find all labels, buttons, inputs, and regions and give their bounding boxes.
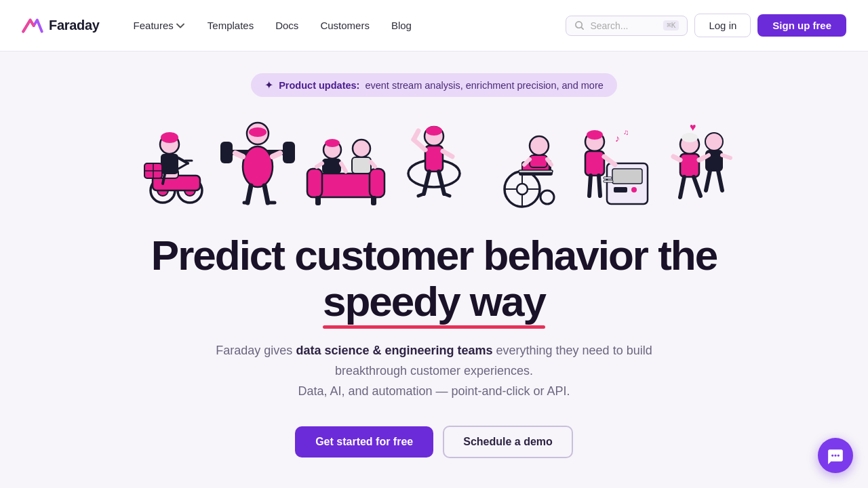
- svg-line-37: [317, 163, 322, 167]
- illustration-couch: [302, 116, 390, 211]
- svg-rect-30: [307, 169, 322, 197]
- svg-rect-11: [161, 154, 178, 174]
- hero-subtitle: Faraday gives data science & engineering…: [210, 341, 658, 401]
- svg-rect-85: [680, 154, 699, 177]
- illustration-weightlifter: [214, 116, 302, 211]
- svg-point-10: [161, 132, 178, 143]
- nav-item-blog[interactable]: Blog: [382, 14, 421, 37]
- search-placeholder: Search...: [590, 20, 658, 31]
- svg-rect-70: [614, 187, 627, 192]
- nav-item-docs[interactable]: Docs: [266, 14, 308, 37]
- svg-line-88: [680, 177, 684, 197]
- svg-point-97: [834, 454, 836, 456]
- logo-text: Faraday: [49, 18, 100, 33]
- svg-text:♥: ♥: [690, 121, 696, 133]
- svg-line-86: [673, 157, 680, 160]
- svg-text:♫: ♫: [623, 128, 629, 136]
- svg-point-75: [587, 130, 603, 140]
- svg-line-26: [264, 186, 268, 203]
- chat-bubble-button[interactable]: [818, 438, 853, 473]
- chat-icon: [827, 447, 844, 464]
- hero-title-part1: Predict customer behavior the: [151, 232, 717, 279]
- main-content: ✦ Product updates: event stream analysis…: [0, 52, 868, 458]
- nav-item-customers[interactable]: Customers: [311, 14, 379, 37]
- svg-point-84: [682, 133, 698, 142]
- svg-rect-64: [519, 170, 553, 173]
- announcement-badge[interactable]: ✦ Product updates: event stream analysis…: [251, 73, 617, 97]
- logo-link[interactable]: Faraday: [22, 18, 100, 34]
- cta-row: Get started for free Schedule a demo: [295, 426, 573, 458]
- svg-line-52: [444, 194, 450, 196]
- svg-line-24: [273, 153, 280, 157]
- badge-label: Product updates:: [279, 80, 359, 91]
- illustration-dancers: ♥: [654, 116, 743, 211]
- svg-point-21: [249, 127, 267, 137]
- svg-rect-19: [283, 142, 295, 163]
- svg-line-89: [694, 177, 701, 196]
- badge-sparkle-icon: ✦: [264, 79, 273, 92]
- svg-rect-72: [604, 177, 612, 179]
- illustration-copier: ♪ ♫: [566, 116, 654, 211]
- svg-line-78: [599, 176, 600, 196]
- svg-line-79: [604, 157, 615, 165]
- svg-point-59: [540, 190, 554, 204]
- svg-point-39: [353, 140, 370, 157]
- svg-line-38: [341, 163, 346, 171]
- svg-line-49: [424, 171, 429, 194]
- svg-point-62: [530, 136, 549, 155]
- svg-line-77: [589, 176, 591, 196]
- svg-rect-76: [585, 151, 604, 176]
- svg-rect-33: [371, 196, 376, 205]
- svg-line-95: [718, 171, 722, 190]
- hero-subtitle-line2: Data, AI, and automation — point-and-cli…: [298, 384, 570, 398]
- svg-point-54: [517, 184, 528, 195]
- search-shortcut: ⌘K: [663, 20, 679, 30]
- hero-title: Predict customer behavior the speedy way: [151, 232, 717, 325]
- svg-point-96: [831, 454, 833, 456]
- svg-line-51: [418, 194, 424, 196]
- svg-line-48: [443, 151, 452, 157]
- svg-line-23: [235, 153, 243, 157]
- svg-rect-69: [612, 169, 642, 184]
- svg-line-25: [248, 186, 251, 203]
- svg-rect-36: [322, 159, 341, 174]
- faraday-logo-icon: [22, 18, 43, 34]
- hero-subtitle-plain1: Faraday gives: [216, 344, 292, 357]
- login-button[interactable]: Log in: [694, 14, 751, 37]
- badge-text: event stream analysis, enrichment precis…: [365, 80, 603, 91]
- svg-rect-73: [604, 180, 613, 182]
- svg-rect-65: [530, 155, 547, 167]
- nav-right: Search... ⌘K Log in Sign up free: [566, 14, 846, 37]
- search-icon: [574, 20, 585, 30]
- svg-rect-40: [352, 157, 371, 174]
- illustration-hula: [390, 116, 478, 211]
- svg-line-7: [178, 163, 188, 169]
- svg-line-94: [706, 171, 710, 190]
- svg-point-35: [325, 139, 340, 147]
- svg-line-50: [439, 171, 444, 194]
- svg-rect-45: [425, 146, 443, 171]
- svg-line-93: [722, 155, 730, 158]
- search-box[interactable]: Search... ⌘K: [566, 16, 688, 36]
- nav-item-features[interactable]: Features: [124, 14, 195, 37]
- svg-point-44: [426, 126, 442, 136]
- svg-point-22: [243, 146, 273, 187]
- svg-point-98: [837, 454, 840, 456]
- illustration-wheelchair: [478, 116, 566, 211]
- chevron-down-icon: [176, 21, 186, 30]
- nav-item-templates[interactable]: Templates: [198, 14, 263, 37]
- nav-links: Features Templates Docs Customers Blog: [124, 14, 566, 37]
- get-started-button[interactable]: Get started for free: [295, 426, 433, 458]
- svg-line-47: [414, 131, 418, 140]
- svg-rect-32: [315, 196, 321, 205]
- svg-text:♪: ♪: [615, 133, 620, 144]
- schedule-demo-button[interactable]: Schedule a demo: [443, 426, 573, 458]
- illustration-row: ♪ ♫ ♥: [129, 116, 739, 211]
- svg-rect-18: [220, 142, 233, 163]
- svg-point-71: [631, 187, 637, 192]
- svg-point-90: [705, 133, 723, 150]
- svg-rect-31: [370, 169, 384, 197]
- hero-subtitle-bold: data science & engineering teams: [296, 344, 492, 357]
- hero-title-underline: speedy way: [323, 279, 545, 325]
- signup-button[interactable]: Sign up free: [757, 14, 846, 37]
